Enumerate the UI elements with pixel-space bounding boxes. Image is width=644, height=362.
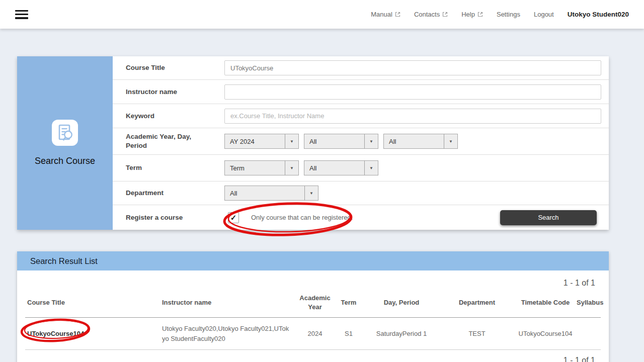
col-academic-year: Academic Year [297,290,333,318]
academic-year-day-period-label: Academic Year, Day, Period [113,132,224,150]
external-link-icon [442,12,448,17]
department-label: Department [113,189,224,198]
search-form: Course Title Instructor name Keyword Aca… [113,56,609,230]
instructor-row: Instructor name [113,80,609,104]
period-select[interactable]: All ▼ [383,134,458,149]
nav-manual-label: Manual [371,11,392,18]
chevron-down-icon: ▼ [364,134,378,148]
search-course-panel: Search Course Course Title Instructor na… [17,56,609,230]
cell-term: S1 [333,318,364,350]
register-row: Register a course ✓ Only course that can… [113,205,609,230]
search-result-panel: Search Result List 1 - 1 of 1 Course Tit… [17,251,609,362]
col-department: Department [439,290,515,318]
cell-instructor: Utokyo Faculty020,Utokyo Faculty021,UTok… [161,318,297,350]
chevron-down-icon: ▼ [285,161,298,175]
nav-logout-label: Logout [534,11,554,18]
academic-year-day-period-row: Academic Year, Day, Period AY 2024 ▼ All… [113,128,609,155]
course-title-label: Course Title [113,63,224,72]
instructor-label: Instructor name [113,87,224,97]
cell-academic-year: 2024 [297,318,333,350]
nav-manual[interactable]: Manual [371,11,400,18]
department-select[interactable]: All ▼ [224,186,318,201]
user-name: Utokyo Student020 [568,11,629,18]
search-result-title: Search Result List [30,256,98,266]
keyword-label: Keyword [113,112,224,121]
department-row: Department All ▼ [113,182,609,205]
register-checkbox[interactable]: ✓ [228,212,239,223]
course-title-row: Course Title [113,56,609,80]
cell-day-period: SaturdayPeriod 1 [364,318,439,350]
cell-course-title[interactable]: UTokyoCourse104 [25,318,161,350]
nav-settings[interactable]: Settings [497,11,520,18]
course-title-input[interactable] [224,60,601,75]
nav-settings-label: Settings [497,11,520,18]
pagination-bottom: 1 - 1 of 1 [17,350,609,362]
search-button[interactable]: Search [500,210,597,225]
keyword-row: Keyword [113,104,609,128]
register-label: Register a course [113,213,224,222]
nav-contacts[interactable]: Contacts [414,11,448,18]
col-term: Term [333,290,364,318]
external-link-icon [395,12,400,17]
col-day-period: Day, Period [364,290,439,318]
cell-timetable-code: UTokyoCourse104 [515,318,576,350]
hamburger-menu-icon[interactable] [15,10,28,19]
top-bar: Manual Contacts Help Settings Logout Uto… [0,0,644,29]
academic-year-select[interactable]: AY 2024 ▼ [224,134,299,149]
search-result-header: Search Result List [17,251,609,270]
search-course-icon [52,120,78,146]
instructor-input[interactable] [224,84,601,100]
nav-help-label: Help [461,11,475,18]
cell-department: TEST [439,318,515,350]
nav-contacts-label: Contacts [414,11,440,18]
external-link-icon [477,12,483,17]
col-syllabus: Syllabus [576,290,601,318]
col-course-title: Course Title [25,290,161,318]
term-select[interactable]: Term ▼ [224,160,299,175]
cell-syllabus [576,318,601,350]
nav-help[interactable]: Help [461,11,483,18]
pagination-top: 1 - 1 of 1 [17,270,609,288]
chevron-down-icon: ▼ [444,134,457,148]
search-result-table: Course Title Instructor name Academic Ye… [25,290,601,350]
table-header-row: Course Title Instructor name Academic Ye… [25,290,601,318]
top-nav: Manual Contacts Help Settings Logout Uto… [371,11,629,18]
term-label: Term [113,163,224,172]
search-course-title: Search Course [35,156,95,166]
term-row: Term Term ▼ All ▼ [113,155,609,182]
chevron-down-icon: ▼ [364,161,378,175]
keyword-input[interactable] [224,109,601,124]
register-checkbox-label: Only course that can be registered. [251,214,353,221]
table-row: UTokyoCourse104 Utokyo Faculty020,Utokyo… [25,318,601,350]
nav-logout[interactable]: Logout [534,11,554,18]
day-select[interactable]: All ▼ [304,134,378,149]
search-course-sidebar: Search Course [17,56,113,230]
col-instructor-name: Instructor name [161,290,297,318]
chevron-down-icon: ▼ [304,186,318,200]
col-timetable-code: Timetable Code [515,290,576,318]
chevron-down-icon: ▼ [285,134,298,148]
term-all-select[interactable]: All ▼ [304,160,378,175]
